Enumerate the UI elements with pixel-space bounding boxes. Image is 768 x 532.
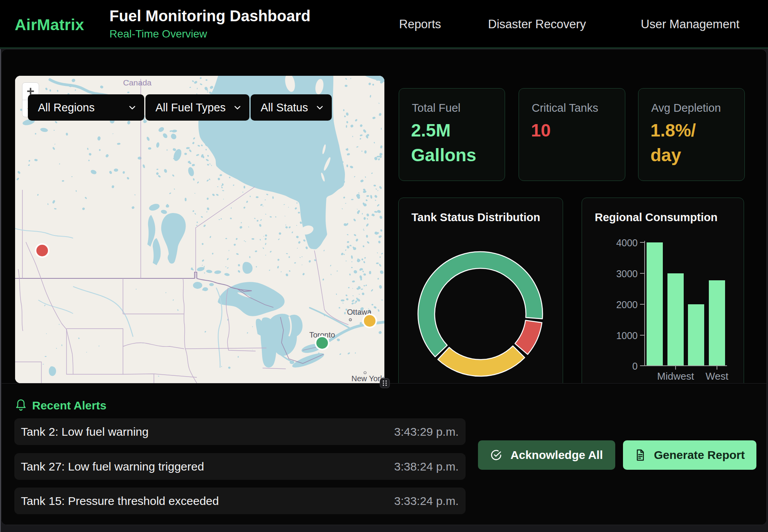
svg-text:0: 0 bbox=[632, 361, 638, 372]
svg-text:3000: 3000 bbox=[616, 268, 638, 279]
svg-text:2000: 2000 bbox=[616, 299, 638, 310]
svg-text:Midwest: Midwest bbox=[657, 370, 694, 382]
svg-text:1000: 1000 bbox=[616, 330, 638, 341]
svg-text:Canada: Canada bbox=[123, 78, 152, 87]
svg-text:West: West bbox=[706, 370, 729, 382]
svg-text:4000: 4000 bbox=[616, 237, 638, 248]
